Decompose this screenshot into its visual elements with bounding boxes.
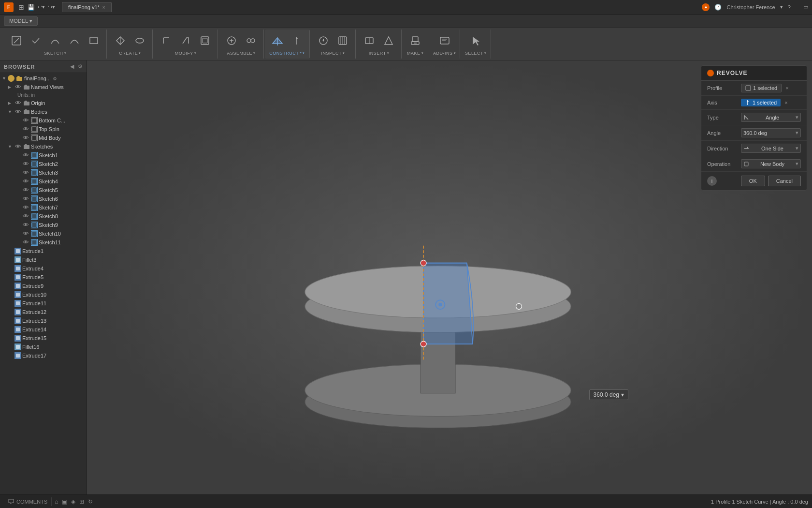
titlebar-right: ● 🕐 Christopher Ference ▾ ? – ▭ [702, 3, 808, 11]
tree-item-sketch10[interactable]: ▶ Sketch10 [0, 229, 87, 238]
tree-item-root[interactable]: ▼ finalPong... ⚙ [0, 74, 87, 83]
assemble-new-icon[interactable] [223, 32, 240, 49]
status-view-home-icon[interactable]: ⌂ [55, 498, 58, 505]
named-views-label: Named Views [31, 84, 64, 90]
sidebar-collapse-icon[interactable]: ◀ [70, 63, 74, 70]
svg-rect-111 [746, 86, 751, 90]
profile-selected-badge[interactable]: 1 selected [741, 84, 782, 92]
axis-selected-badge[interactable]: 1 selected [741, 99, 781, 106]
user-dropdown-icon[interactable]: ▾ [780, 4, 783, 10]
tree-item-sketch2[interactable]: ▶ Sketch2 [0, 160, 87, 168]
cancel-button[interactable]: Cancel [768, 176, 801, 186]
tree-item-sketch4[interactable]: ▶ Sketch4 [0, 177, 87, 186]
direction-select[interactable]: One Side ▾ [741, 144, 801, 153]
tree-item-origin[interactable]: ▶ Origin [0, 99, 87, 107]
tab-close-icon[interactable]: × [102, 5, 105, 10]
tree-item-midbody[interactable]: ▶ Mid Body [0, 134, 87, 142]
angle-popup-dropdown[interactable]: ▾ [621, 391, 624, 398]
undo-button[interactable]: ↩▾ [37, 3, 46, 11]
profile-clear-button[interactable]: × [785, 85, 788, 91]
tree-item-sketch1[interactable]: ▶ Sketch1 [0, 151, 87, 160]
window-expand-icon[interactable]: ▭ [803, 4, 808, 10]
angle-input[interactable]: 360.0 deg ▾ [741, 128, 801, 137]
window-controls[interactable]: – [796, 4, 798, 10]
insert-mesh-icon[interactable] [380, 32, 397, 49]
construct-plane-icon[interactable] [269, 32, 286, 49]
type-select[interactable]: Angle ▾ [741, 113, 801, 122]
status-grid-icon[interactable]: ⊞ [79, 498, 84, 505]
comments-button[interactable]: COMMENTS [4, 497, 52, 506]
tree-item-sketch3[interactable]: ▶ Sketch3 [0, 168, 87, 177]
sidebar-settings-icon[interactable]: ⚙ [78, 63, 83, 70]
tree-item-extrude12[interactable]: ▶ Extrude12 [0, 308, 87, 316]
status-visual-style-icon[interactable]: ◈ [71, 498, 75, 505]
construct-axis-icon[interactable] [288, 32, 305, 49]
tree-item-sketch8[interactable]: ▶ Sketch8 [0, 212, 87, 221]
tree-item-extrude13[interactable]: ▶ Extrude13 [0, 316, 87, 325]
insert-canvas-icon[interactable] [361, 32, 378, 49]
tree-item-extrude14[interactable]: ▶ Extrude14 [0, 325, 87, 334]
direction-select-value: One Side [761, 146, 783, 151]
redo-button[interactable]: ↪▾ [47, 3, 56, 11]
tree-item-sketch7[interactable]: ▶ Sketch7 [0, 203, 87, 212]
select-tool-icon[interactable] [467, 32, 484, 49]
addins-scripts-icon[interactable] [436, 32, 453, 49]
tree-item-extrude4[interactable]: ▶ Extrude4 [0, 264, 87, 273]
create-extrude-icon[interactable] [112, 32, 129, 49]
tree-item-fillet16[interactable]: ▶ Fillet16 [0, 343, 87, 351]
sketch-arc-icon[interactable] [46, 32, 64, 49]
sketch-arc2-icon[interactable] [66, 32, 83, 49]
info-button[interactable]: i [707, 176, 717, 186]
model-mode-button[interactable]: MODEL ▾ [4, 16, 38, 26]
tree-item-named-views[interactable]: ▶ Named Views [0, 83, 87, 91]
tree-item-bottom[interactable]: ▶ Bottom C... [0, 116, 87, 125]
status-orbit-icon[interactable]: ↻ [88, 498, 93, 505]
tree-item-sketch11[interactable]: ▶ Sketch11 [0, 238, 87, 247]
svg-point-67 [25, 232, 27, 234]
help-icon[interactable]: ? [788, 4, 791, 10]
tree-item-extrude15[interactable]: ▶ Extrude15 [0, 334, 87, 343]
tree-item-fillet3[interactable]: ▶ Fillet3 [0, 255, 87, 264]
sketch2-sketch-icon [31, 161, 38, 167]
insert-icons [361, 32, 397, 49]
assemble-joint-icon[interactable] [242, 32, 260, 49]
username[interactable]: Christopher Ference [726, 4, 775, 10]
angle-popup[interactable]: 360.0 deg ▾ [589, 389, 628, 400]
modify-shell-icon[interactable] [196, 32, 214, 49]
status-display-mode-icon[interactable]: ▣ [62, 498, 67, 505]
inspect-measure-icon[interactable] [315, 32, 332, 49]
axis-clear-button[interactable]: × [784, 100, 787, 105]
modify-chamfer-icon[interactable] [177, 32, 194, 49]
viewport[interactable]: 360.0 deg ▾ TOP FRONT X Y [87, 60, 812, 494]
sketch-create-icon[interactable] [8, 32, 25, 49]
tree-item-extrude5[interactable]: ▶ Extrude5 [0, 273, 87, 282]
apps-grid-icon[interactable]: ⊞ [17, 3, 25, 11]
svg-point-41 [25, 119, 27, 121]
sketch7-sketch-icon [31, 204, 38, 211]
tree-item-sketch6[interactable]: ▶ Sketch6 [0, 194, 87, 203]
make-3dprint-icon[interactable] [406, 32, 424, 49]
tree-item-sketches[interactable]: ▼ Sketches [0, 142, 87, 151]
modify-fillet-icon[interactable] [158, 32, 175, 49]
sketch-rect-icon[interactable] [85, 32, 102, 49]
tree-item-sketch5[interactable]: ▶ Sketch5 [0, 186, 87, 194]
tree-item-sketch9[interactable]: ▶ Sketch9 [0, 221, 87, 229]
bodies-folder-icon [23, 108, 30, 115]
file-tab[interactable]: finalPong v1* × [62, 2, 112, 12]
tree-item-topspin[interactable]: ▶ Top Spin [0, 125, 87, 134]
tree-item-extrude11[interactable]: ▶ Extrude11 [0, 299, 87, 308]
ok-button[interactable]: OK [741, 176, 765, 186]
svg-rect-52 [32, 162, 37, 166]
inspect-zebra-icon[interactable] [334, 32, 351, 49]
operation-select[interactable]: New Body ▾ [741, 159, 801, 168]
sketch-finish-icon[interactable] [27, 32, 44, 49]
tree-item-extrude9[interactable]: ▶ Extrude9 [0, 282, 87, 290]
tree-item-extrude10[interactable]: ▶ Extrude10 [0, 290, 87, 299]
save-icon[interactable]: 💾 [27, 3, 35, 11]
root-settings-icon[interactable]: ⚙ [53, 76, 57, 81]
tree-item-extrude1[interactable]: ▶ Extrude1 [0, 247, 87, 255]
create-revolve-icon[interactable] [131, 32, 148, 49]
tree-item-bodies[interactable]: ▼ Bodies [0, 107, 87, 116]
tree-item-extrude17[interactable]: ▶ Extrude17 [0, 351, 87, 360]
angle-label: Angle [707, 130, 741, 136]
